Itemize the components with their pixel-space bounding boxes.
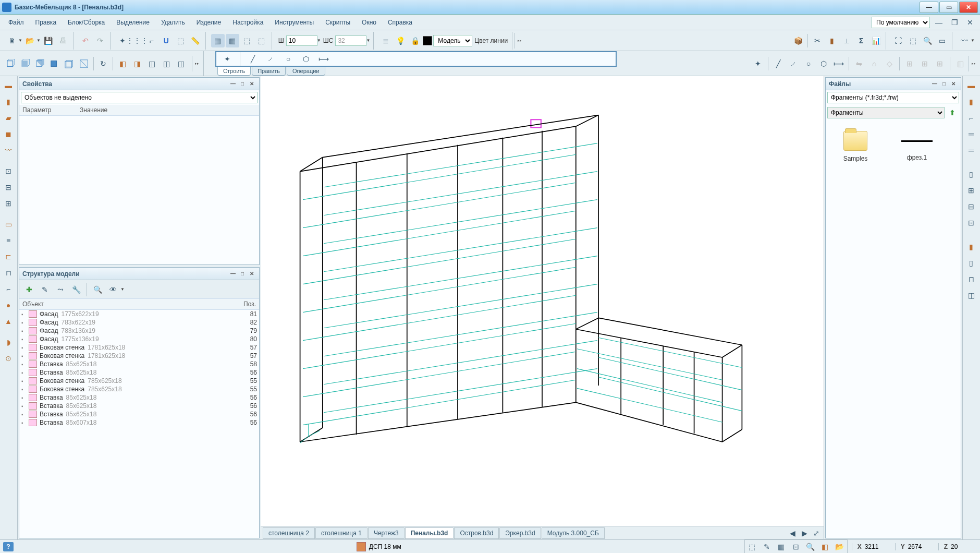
tab-expand-button[interactable]: ⤢ <box>811 528 822 538</box>
tree-row[interactable]: ▪ Вставка 85x625x18 56 <box>19 393 259 402</box>
sphere-icon[interactable]: ● <box>1 298 16 312</box>
curve-icon[interactable]: 〰 <box>958 34 971 47</box>
solid-1-icon[interactable]: ◧ <box>116 57 129 70</box>
panel-front-icon[interactable]: ▰ <box>1 111 16 125</box>
r-misc-icon[interactable]: ◫ <box>964 288 978 303</box>
box-icon[interactable]: 📦 <box>791 34 805 47</box>
menu-tools[interactable]: Инструменты <box>270 17 319 28</box>
toolbar2-overflow-icon[interactable]: ▸▸ <box>192 56 199 71</box>
file-item-line[interactable]: фрез.1 <box>893 131 940 162</box>
fit-icon[interactable]: ⛶ <box>891 34 905 47</box>
step-input[interactable] <box>335 35 366 46</box>
panel-close-button[interactable]: ✕ <box>949 80 958 88</box>
expander-icon[interactable]: ▪ <box>21 353 29 359</box>
struct-wrench-icon[interactable]: 🔧 <box>69 283 83 296</box>
menu-product[interactable]: Изделие <box>191 17 227 28</box>
color-swatch[interactable] <box>423 36 432 45</box>
menu-window[interactable]: Окно <box>357 17 382 28</box>
viewport-tab-2[interactable]: Чертеж3 <box>368 527 405 539</box>
viewport-tab-0[interactable]: столешница 2 <box>263 527 315 539</box>
layout-preset-select[interactable]: По умолчанию <box>872 17 930 28</box>
wire-3-icon[interactable]: ◫ <box>174 57 188 70</box>
center-tab-edit[interactable]: Править <box>252 67 286 76</box>
panel-maximize-button[interactable]: □ <box>238 80 247 88</box>
sigma-icon[interactable]: Σ <box>854 34 868 47</box>
line-tool-icon[interactable]: ╱ <box>246 52 260 66</box>
viewport-tab-1[interactable]: столешница 1 <box>315 527 368 539</box>
view-cube-2-icon[interactable] <box>19 57 32 70</box>
divider-icon[interactable]: ⊓ <box>1 266 16 280</box>
chevron-down-icon[interactable]: ▼ <box>366 38 370 43</box>
print-button[interactable]: 🖶 <box>56 34 70 47</box>
viewport-tab-4[interactable]: Остров.b3d <box>454 527 499 539</box>
snap-icon[interactable]: ⌐ <box>145 34 158 47</box>
struct-eye-icon[interactable]: 👁 <box>106 283 120 296</box>
bulb-icon[interactable]: 💡 <box>394 34 407 47</box>
expander-icon[interactable]: ▪ <box>21 320 29 326</box>
axes3d-icon[interactable]: ✦ <box>220 52 234 66</box>
array-1-icon[interactable]: ⊞ <box>903 57 916 70</box>
chevron-down-icon[interactable]: ▼ <box>317 38 321 43</box>
axes3d-2-icon[interactable]: ✦ <box>751 57 765 70</box>
r-section-icon[interactable]: ⊓ <box>964 272 978 286</box>
highlight-icon[interactable]: ⬚ <box>174 34 188 47</box>
expander-icon[interactable]: ▪ <box>21 311 29 317</box>
lock-icon[interactable]: 🔒 <box>408 34 422 47</box>
expander-icon[interactable]: ▪ <box>21 403 29 409</box>
tree-row[interactable]: ▪ Вставка 85x607x18 56 <box>19 418 259 427</box>
profile-icon[interactable]: 〰 <box>1 143 16 158</box>
tree-row[interactable]: ▪ Боковая стенка 785x625x18 55 <box>19 385 259 393</box>
magnet-icon[interactable]: U <box>160 34 173 47</box>
panel-minimize-button[interactable]: — <box>930 80 939 88</box>
cone-icon[interactable]: ▲ <box>1 314 16 329</box>
joint-1-icon[interactable]: ⊡ <box>1 164 16 178</box>
view-cube-5-icon[interactable] <box>63 57 76 70</box>
status-btn-5[interactable]: 🔍 <box>804 540 817 554</box>
r-panel-2-icon[interactable]: ▮ <box>964 94 978 109</box>
tool-3-icon[interactable]: ⬚ <box>240 34 254 47</box>
tool-1-icon[interactable]: ▦ <box>211 34 225 47</box>
files-filter-select[interactable]: Фрагменты (*.fr3d;*.frw) <box>827 92 959 103</box>
joint-2-icon[interactable]: ⊟ <box>1 180 16 195</box>
chart-icon[interactable]: 📊 <box>869 34 883 47</box>
wire-2-icon[interactable]: ◫ <box>160 57 173 70</box>
menu-scripts[interactable]: Скрипты <box>320 17 356 28</box>
shelf-icon[interactable]: ≡ <box>1 233 16 248</box>
pan-icon[interactable]: ▭ <box>935 34 949 47</box>
help-button[interactable]: ? <box>3 542 14 551</box>
r-dash-2-icon[interactable]: ═ <box>964 143 978 158</box>
minimize-button[interactable]: — <box>920 2 938 13</box>
clip-icon[interactable]: ⌐ <box>1 282 16 296</box>
model-select[interactable]: Модель <box>433 35 472 46</box>
status-btn-7[interactable]: 📂 <box>833 540 847 554</box>
panel-close-button[interactable]: ✕ <box>248 270 256 278</box>
tree-row[interactable]: ▪ Фасад 1775x622x19 81 <box>19 310 259 318</box>
new-button[interactable]: 🗎 <box>5 34 19 47</box>
view-cube-6-icon[interactable] <box>77 57 91 70</box>
array-3-icon[interactable]: ⊞ <box>933 57 947 70</box>
expander-icon[interactable]: ▪ <box>21 378 29 384</box>
center-tab-ops[interactable]: Операции <box>287 67 325 76</box>
chevron-down-icon[interactable]: ▼ <box>18 38 22 43</box>
file-item-folder[interactable]: Samples <box>832 131 879 162</box>
expander-icon[interactable]: ▪ <box>21 420 29 426</box>
tree-row[interactable]: ▪ Вставка 85x625x18 58 <box>19 360 259 368</box>
struct-edit-icon[interactable]: ✎ <box>38 283 52 296</box>
expander-icon[interactable]: ▪ <box>21 387 29 392</box>
dim-2-icon[interactable]: ⟼ <box>832 57 846 70</box>
status-btn-6[interactable]: ◧ <box>818 540 832 554</box>
menu-edit[interactable]: Правка <box>30 17 62 28</box>
viewport-tab-5[interactable]: Эркер.b3d <box>499 527 541 539</box>
door-icon[interactable]: ▮ <box>825 34 839 47</box>
open-button[interactable]: 📂 <box>23 34 37 47</box>
chevron-down-icon[interactable]: ▼ <box>120 287 125 292</box>
viewport-tab-3[interactable]: Пеналы.b3d <box>405 527 454 539</box>
solid-2-icon[interactable]: ◨ <box>130 57 144 70</box>
expander-icon[interactable]: ▪ <box>21 412 29 417</box>
circle-tool-icon[interactable]: ○ <box>281 52 295 66</box>
angle-tool-icon[interactable]: ⟋ <box>264 52 277 66</box>
struct-find-icon[interactable]: 🔍 <box>91 283 104 296</box>
expander-icon[interactable]: ▪ <box>21 395 29 401</box>
panel-icon[interactable]: ▥ <box>953 57 967 70</box>
tab-prev-button[interactable]: ◀ <box>787 528 798 538</box>
